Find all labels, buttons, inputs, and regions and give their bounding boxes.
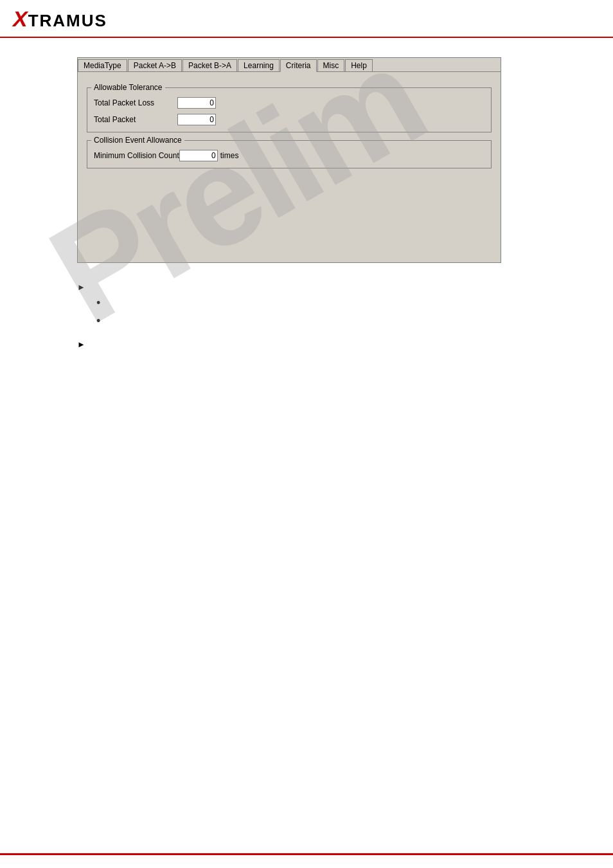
tab-help[interactable]: Help: [345, 59, 373, 71]
tab-misc[interactable]: Misc: [317, 59, 345, 71]
bullet-list-1: • •: [96, 297, 600, 327]
panel-body: Allowable Tolerance Total Packet Loss To…: [78, 72, 501, 184]
allowable-tolerance-group: Allowable Tolerance Total Packet Loss To…: [87, 87, 492, 132]
tab-packet-ab[interactable]: Packet A->B: [128, 59, 182, 71]
tab-mediatype[interactable]: MediaType: [78, 59, 127, 71]
collision-event-group: Collision Event Allowance Minimum Collis…: [87, 140, 492, 168]
total-packet-label: Total Packet: [94, 115, 177, 124]
total-packet-input[interactable]: [177, 114, 216, 125]
arrow-icon-2: ►: [77, 339, 85, 349]
total-packet-loss-row: Total Packet Loss: [94, 97, 484, 109]
main-content: MediaType Packet A->B Packet B->A Learni…: [0, 38, 613, 367]
header: XTRAMUS: [0, 0, 613, 38]
total-packet-loss-input[interactable]: [177, 97, 216, 109]
bullet-item-2: •: [96, 315, 600, 327]
tab-criteria[interactable]: Criteria: [280, 59, 317, 72]
logo: XTRAMUS: [13, 6, 107, 32]
min-collision-count-label: Minimum Collision Count: [94, 151, 179, 160]
logo-x: X: [13, 6, 28, 31]
tab-bar: MediaType Packet A->B Packet B->A Learni…: [78, 58, 501, 72]
arrow-icon-1: ►: [77, 282, 85, 292]
bullet-dot-1: •: [96, 297, 100, 309]
arrow-item-1: ►: [77, 282, 600, 292]
tab-learning[interactable]: Learning: [238, 59, 280, 71]
allowable-tolerance-legend: Allowable Tolerance: [91, 83, 165, 92]
tab-panel: MediaType Packet A->B Packet B->A Learni…: [77, 57, 501, 263]
bullet-dot-2: •: [96, 315, 100, 327]
body-text: ► • • ►: [77, 282, 600, 349]
collision-event-legend: Collision Event Allowance: [91, 136, 184, 145]
total-packet-row: Total Packet: [94, 114, 484, 125]
tab-packet-ba[interactable]: Packet B->A: [182, 59, 237, 71]
min-collision-count-input[interactable]: [179, 150, 218, 161]
logo-rest: TRAMUS: [28, 11, 107, 30]
min-collision-count-row: Minimum Collision Count times: [94, 150, 484, 161]
total-packet-loss-label: Total Packet Loss: [94, 98, 177, 107]
min-collision-count-unit: times: [220, 151, 239, 160]
bullet-item-1: •: [96, 297, 600, 309]
footer-line: [0, 853, 613, 855]
arrow-item-2: ►: [77, 339, 600, 349]
